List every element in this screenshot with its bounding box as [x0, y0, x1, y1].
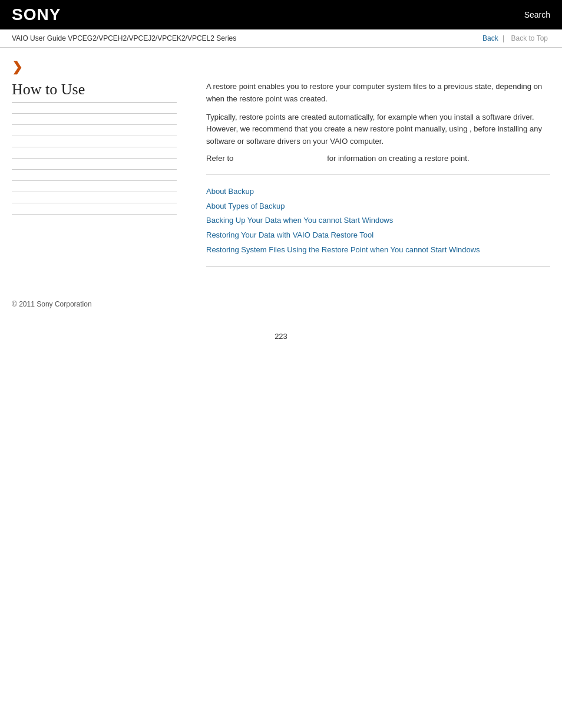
sidebar-divider-4	[12, 147, 177, 147]
copyright-text: © 2011 Sony Corporation	[12, 300, 92, 308]
back-link[interactable]: Back	[482, 34, 498, 42]
link-restoring-data[interactable]: Restoring Your Data with VAIO Data Resto…	[206, 228, 550, 243]
content-paragraph-2: Typically, restore points are created au…	[206, 111, 550, 148]
sidebar-divider-2	[12, 124, 177, 125]
search-button[interactable]: Search	[524, 10, 550, 19]
links-section: About Backup About Types of Backup Backi…	[206, 185, 550, 257]
content-divider-bottom	[206, 266, 550, 267]
breadcrumb-bar: VAIO User Guide VPCEG2/VPCEH2/VPCEJ2/VPC…	[0, 29, 562, 48]
link-about-backup[interactable]: About Backup	[206, 185, 550, 199]
sidebar-divider-1	[12, 113, 177, 114]
chevron-area: ❯	[0, 48, 562, 81]
content-paragraph-1: A restore point enables you to restore y…	[206, 81, 550, 106]
sidebar-divider-3	[12, 136, 177, 136]
breadcrumb-text: VAIO User Guide VPCEG2/VPCEH2/VPCEJ2/VPC…	[12, 34, 236, 42]
sidebar-divider-8	[12, 192, 177, 192]
header: SONY Search	[0, 0, 562, 29]
sidebar-divider-10	[12, 214, 177, 215]
link-about-types-of-backup[interactable]: About Types of Backup	[206, 199, 550, 214]
sidebar-divider-9	[12, 203, 177, 203]
main-layout: How to Use A restore point enables you t…	[0, 81, 562, 276]
chevron-right-icon: ❯	[12, 60, 22, 74]
content-area: A restore point enables you to restore y…	[189, 81, 550, 276]
sidebar-divider-5	[12, 158, 177, 159]
page-number: 223	[0, 320, 562, 353]
sidebar-title: How to Use	[12, 81, 177, 103]
sidebar: How to Use	[12, 81, 189, 276]
sidebar-divider-6	[12, 169, 177, 170]
nav-links: Back | Back to Top	[482, 34, 550, 42]
footer: © 2011 Sony Corporation	[0, 276, 562, 320]
content-divider-top	[206, 174, 550, 175]
sony-logo: SONY	[12, 5, 61, 24]
back-to-top-link[interactable]: Back to Top	[509, 34, 550, 42]
link-restoring-system-files[interactable]: Restoring System Files Using the Restore…	[206, 243, 550, 258]
content-refer: Refer to for information on creating a r…	[206, 154, 550, 163]
sidebar-divider-7	[12, 180, 177, 181]
link-backing-up-data[interactable]: Backing Up Your Data when You cannot Sta…	[206, 213, 550, 228]
